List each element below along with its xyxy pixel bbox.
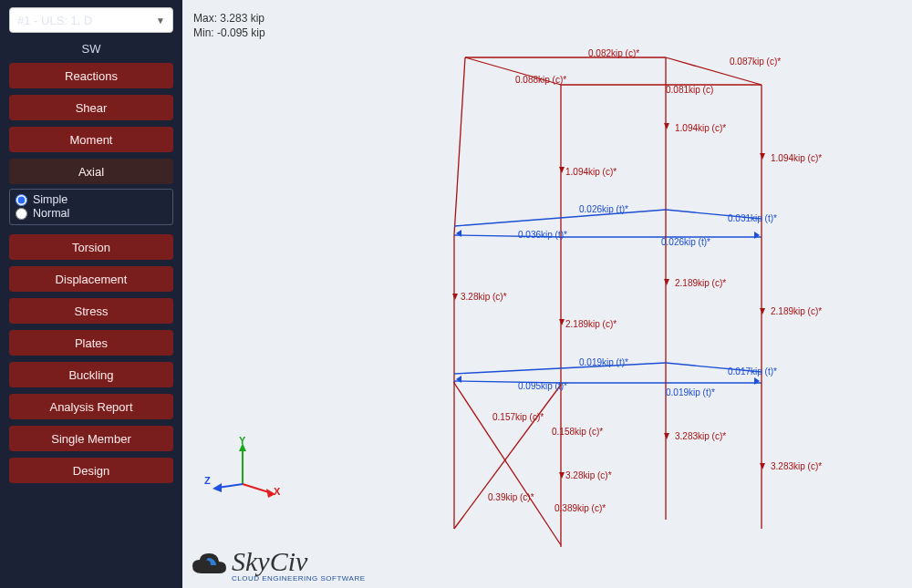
chevron-down-icon: ▼ bbox=[156, 15, 165, 26]
radio-simple-label: Simple bbox=[33, 193, 67, 207]
shear-button[interactable]: Shear bbox=[9, 95, 173, 120]
moment-button[interactable]: Moment bbox=[9, 127, 173, 152]
svg-marker-32 bbox=[760, 308, 765, 315]
svg-marker-39 bbox=[754, 377, 760, 385]
axis-z-label: Z bbox=[204, 475, 211, 486]
svg-marker-28 bbox=[760, 153, 765, 160]
ann: 3.283kip (c)* bbox=[675, 431, 726, 441]
ann: 0.017kip (t)* bbox=[728, 366, 777, 377]
ann: 0.087kip (c)* bbox=[730, 57, 781, 67]
radio-simple-input[interactable] bbox=[16, 194, 27, 206]
ann: 0.389kip (c)* bbox=[554, 503, 606, 513]
radio-normal-input[interactable] bbox=[16, 208, 27, 220]
svg-marker-27 bbox=[664, 123, 669, 129]
reactions-button[interactable]: Reactions bbox=[9, 63, 173, 88]
ann: 0.019kip (t)* bbox=[666, 387, 715, 397]
displacement-button[interactable]: Displacement bbox=[9, 266, 173, 292]
ann: 0.031kip (t)* bbox=[728, 213, 777, 223]
axis-gizmo: Y X Z bbox=[208, 440, 281, 506]
svg-marker-31 bbox=[664, 279, 669, 285]
axis-y-label: Y bbox=[239, 435, 245, 446]
svg-marker-29 bbox=[452, 294, 458, 300]
ann: 0.036kip (t)* bbox=[518, 230, 567, 240]
single-member-button[interactable]: Single Member bbox=[9, 426, 173, 451]
ann: 3.283kip (c)* bbox=[771, 461, 822, 471]
ann: 0.157kip (c)* bbox=[492, 412, 544, 422]
cloud-icon bbox=[190, 550, 228, 583]
ann: 0.158kip (c)* bbox=[552, 427, 603, 437]
stress-button[interactable]: Stress bbox=[9, 298, 173, 324]
torsion-button[interactable]: Torsion bbox=[9, 234, 173, 260]
analysis-report-button[interactable]: Analysis Report bbox=[9, 394, 173, 419]
sw-label: SW bbox=[9, 42, 173, 56]
structure-svg bbox=[182, 0, 912, 588]
svg-marker-33 bbox=[559, 472, 565, 479]
design-button[interactable]: Design bbox=[9, 458, 173, 483]
svg-marker-30 bbox=[559, 319, 565, 325]
ann: 2.189kip (c)* bbox=[771, 306, 822, 316]
ann: 0.082kip (c)* bbox=[588, 48, 639, 58]
ann: 0.39kip (c)* bbox=[488, 492, 534, 502]
ann: 2.189kip (c)* bbox=[565, 319, 617, 329]
ann: 0.026kip (t)* bbox=[661, 237, 710, 247]
svg-line-7 bbox=[454, 57, 465, 235]
axial-button[interactable]: Axial bbox=[9, 159, 173, 184]
svg-line-11 bbox=[454, 210, 666, 226]
ann: 1.094kip (c)* bbox=[565, 167, 617, 177]
radio-normal-label: Normal bbox=[33, 207, 69, 221]
buckling-button[interactable]: Buckling bbox=[9, 362, 173, 387]
brand-tagline: CLOUD ENGINEERING SOFTWARE bbox=[232, 574, 366, 583]
brand-logo: SkyCiv CLOUD ENGINEERING SOFTWARE bbox=[190, 549, 366, 583]
brand-name: SkyCiv bbox=[232, 546, 307, 576]
svg-marker-45 bbox=[212, 483, 222, 492]
axial-mode-panel: Simple Normal bbox=[9, 189, 173, 225]
radio-simple[interactable]: Simple bbox=[16, 193, 167, 207]
ann: 1.094kip (c)* bbox=[771, 153, 822, 163]
radio-normal[interactable]: Normal bbox=[16, 207, 167, 221]
svg-marker-35 bbox=[760, 463, 765, 469]
ann: 2.189kip (c)* bbox=[675, 278, 726, 288]
svg-marker-26 bbox=[559, 167, 565, 173]
ann: 0.095kip (t)* bbox=[518, 381, 567, 391]
ann: 0.088kip (c)* bbox=[515, 75, 566, 85]
load-combo-selected: #1 - ULS: 1. D bbox=[17, 14, 92, 27]
load-combo-dropdown[interactable]: #1 - ULS: 1. D ▼ bbox=[9, 7, 173, 33]
svg-marker-36 bbox=[456, 230, 461, 237]
ann: 3.28kip (c)* bbox=[461, 292, 507, 302]
svg-marker-37 bbox=[754, 232, 760, 239]
svg-line-19 bbox=[454, 363, 666, 374]
ann: 3.28kip (c)* bbox=[565, 470, 612, 480]
ann: 0.026kip (t)* bbox=[579, 204, 628, 214]
ann: 0.081kip (c) bbox=[666, 85, 713, 95]
svg-marker-34 bbox=[664, 433, 669, 439]
model-viewport[interactable]: Max: 3.283 kip Min: -0.095 kip bbox=[182, 0, 912, 588]
axis-x-label: X bbox=[274, 486, 280, 497]
plates-button[interactable]: Plates bbox=[9, 330, 173, 356]
svg-marker-38 bbox=[456, 376, 461, 383]
sidebar: #1 - ULS: 1. D ▼ SW Reactions Shear Mome… bbox=[0, 0, 182, 588]
ann: 0.019kip (t)* bbox=[579, 357, 628, 367]
ann: 1.094kip (c)* bbox=[675, 123, 726, 133]
